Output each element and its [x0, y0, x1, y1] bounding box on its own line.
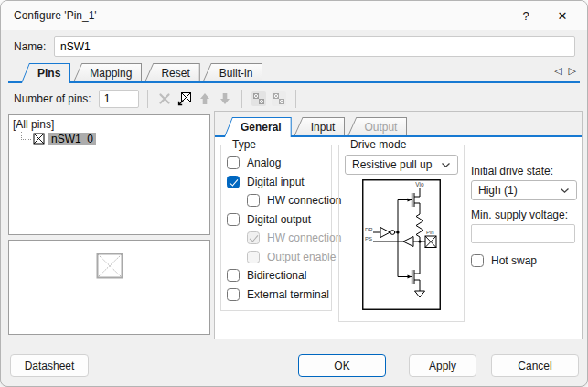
- datasheet-button[interactable]: Datasheet: [10, 354, 89, 377]
- initial-drive-state-label: Initial drive state:: [471, 165, 579, 177]
- checkbox-row-input-hw-connection[interactable]: HW connection: [227, 194, 327, 207]
- pins-toolbar: Number of pins:: [8, 86, 580, 111]
- checkbox-row-output-enable: Output enable: [227, 251, 327, 263]
- tab-general[interactable]: General: [224, 117, 292, 137]
- tree-pin-row[interactable]: nSW1_0: [13, 132, 206, 145]
- tab-reset[interactable]: Reset: [144, 63, 199, 81]
- toolbar-separator: [241, 90, 242, 108]
- checkbox-output-hw-connection: [247, 231, 260, 244]
- pin-preview-panel: [8, 240, 210, 335]
- cancel-button[interactable]: Cancel: [491, 354, 579, 377]
- drive-mode-group-title: Drive mode: [347, 138, 410, 151]
- apply-button[interactable]: Apply: [409, 354, 476, 377]
- toolbar-separator: [295, 90, 296, 108]
- dialog-title: Configure 'Pin_1': [14, 9, 97, 22]
- svg-text:PS: PS: [365, 236, 372, 242]
- tree-root-label: [All pins]: [13, 118, 206, 131]
- inner-tab-strip: General Input Output: [215, 112, 582, 137]
- configure-pin-dialog: Configure 'Pin_1' ? ✕ Name: Pins Mapping…: [0, 0, 588, 387]
- svg-text:Vio: Vio: [415, 181, 424, 188]
- tab-pins[interactable]: Pins: [21, 63, 70, 83]
- checkbox-digital-input[interactable]: [227, 176, 240, 188]
- tab-scroll-right-icon[interactable]: ▷: [569, 65, 578, 76]
- type-group-title: Type: [229, 138, 260, 151]
- pin-pair-icon-a: [251, 91, 267, 107]
- min-supply-voltage-input[interactable]: [471, 224, 575, 243]
- checkbox-row-analog[interactable]: Analog: [227, 156, 327, 169]
- type-group: Type Analog Digital input HW connection …: [220, 145, 332, 311]
- state-column: Initial drive state: High (1) Min. suppl…: [471, 165, 579, 267]
- checkbox-bidirectional[interactable]: [227, 269, 240, 282]
- checkbox-input-hw-connection[interactable]: [247, 194, 260, 207]
- tab-input[interactable]: Input: [294, 117, 346, 135]
- initial-drive-state-value: High (1): [478, 184, 518, 197]
- outer-tab-strip: Pins Mapping Reset Built-in ◁ ▷: [8, 61, 580, 83]
- checkbox-row-bidirectional[interactable]: Bidirectional: [227, 269, 327, 282]
- tree-pin-label[interactable]: nSW1_0: [48, 133, 96, 145]
- close-icon: ✕: [558, 9, 568, 23]
- title-bar: Configure 'Pin_1': [1, 1, 587, 30]
- number-of-pins-input[interactable]: [99, 90, 139, 108]
- move-down-icon: [217, 91, 233, 107]
- number-of-pins-label: Number of pins:: [14, 92, 91, 105]
- drive-mode-diagram: Vio: [362, 179, 441, 310]
- checkbox-row-external-terminal[interactable]: External terminal: [227, 288, 327, 301]
- tree-elbow: [21, 132, 31, 140]
- tab-built-in[interactable]: Built-in: [203, 63, 263, 81]
- checkbox-analog[interactable]: [227, 156, 240, 169]
- checkbox-external-terminal[interactable]: [227, 288, 240, 301]
- tab-mapping[interactable]: Mapping: [73, 63, 142, 81]
- checkbox-digital-output[interactable]: [227, 213, 240, 226]
- add-pin-icon[interactable]: [176, 91, 193, 107]
- help-icon: ?: [522, 9, 529, 23]
- drive-mode-group: Drive mode Resistive pull up Vio: [338, 145, 465, 322]
- chevron-down-icon: [560, 188, 570, 194]
- drive-mode-value: Resistive pull up: [352, 158, 432, 171]
- tab-output: Output: [347, 117, 407, 135]
- checkbox-row-hot-swap[interactable]: Hot swap: [471, 254, 579, 267]
- checkbox-row-output-hw-connection: HW connection: [227, 231, 327, 244]
- general-tab-content: Type Analog Digital input HW connection …: [215, 137, 582, 339]
- name-input[interactable]: [54, 36, 575, 57]
- svg-text:DR: DR: [365, 227, 373, 232]
- tab-scroll-nav: ◁ ▷: [554, 65, 578, 77]
- pin-tree[interactable]: [All pins] nSW1_0: [8, 114, 210, 235]
- checkbox-hot-swap[interactable]: [471, 254, 484, 267]
- checkbox-row-digital-output[interactable]: Digital output: [227, 213, 327, 226]
- footer-separator: [1, 349, 587, 349]
- pin-symbol-icon: [33, 133, 45, 145]
- checkbox-row-digital-input[interactable]: Digital input: [227, 176, 327, 188]
- ok-button[interactable]: OK: [298, 354, 386, 377]
- chevron-down-icon: [441, 162, 451, 168]
- help-button[interactable]: ?: [510, 1, 541, 30]
- pin-pair-icon-b: [271, 91, 287, 107]
- close-button[interactable]: ✕: [547, 1, 578, 30]
- checkbox-output-enable: [247, 251, 260, 263]
- svg-text:Pin: Pin: [426, 230, 434, 235]
- initial-drive-state-select[interactable]: High (1): [471, 180, 577, 200]
- drive-mode-select[interactable]: Resistive pull up: [345, 155, 458, 175]
- pin-preview-icon: [96, 253, 123, 279]
- move-up-icon: [197, 91, 213, 107]
- name-label: Name:: [14, 40, 46, 53]
- toolbar-separator: [147, 90, 148, 108]
- tab-scroll-left-icon[interactable]: ◁: [554, 65, 563, 76]
- pin-settings-panel: General Input Output Type Analog Digital…: [214, 111, 583, 339]
- delete-pin-icon: [156, 91, 173, 107]
- min-supply-voltage-label: Min. supply voltage:: [471, 209, 579, 221]
